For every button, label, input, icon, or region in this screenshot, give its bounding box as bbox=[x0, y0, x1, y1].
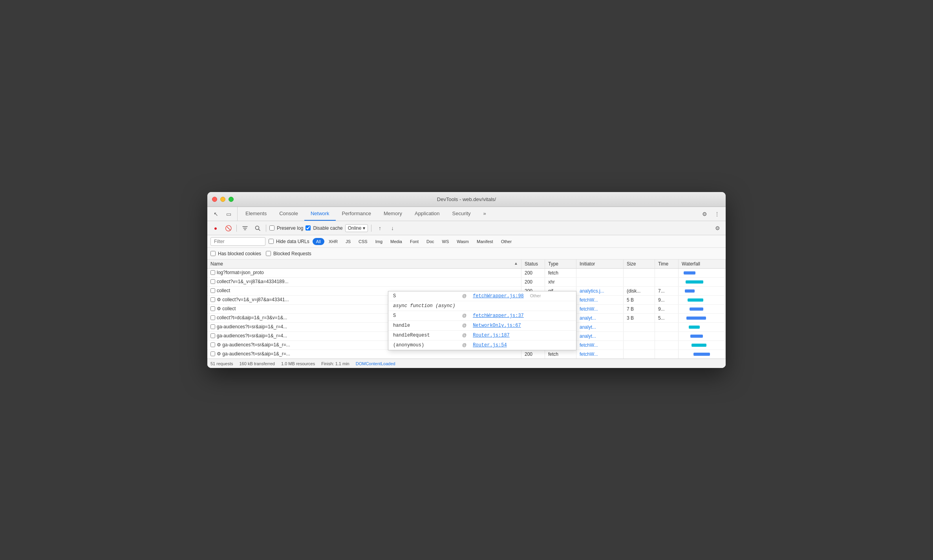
row-checkbox[interactable] bbox=[210, 333, 215, 338]
network-toolbar: ● 🚫 Preserve log Disable cache Online ▾ bbox=[207, 221, 726, 235]
tab-application[interactable]: Application bbox=[408, 207, 446, 221]
filter-chip-img[interactable]: Img bbox=[372, 238, 386, 245]
col-header-size[interactable]: Size bbox=[624, 260, 655, 269]
cell-waterfall bbox=[679, 296, 726, 305]
cell-size bbox=[624, 341, 655, 350]
stacktrace-row-3: handle @ NetworkOnly.js:67 bbox=[388, 321, 576, 331]
hide-data-urls-checkbox[interactable] bbox=[269, 239, 274, 244]
filter-icon[interactable] bbox=[240, 223, 250, 233]
col-header-waterfall[interactable]: Waterfall bbox=[679, 260, 726, 269]
filter-chip-manifest[interactable]: Manifest bbox=[473, 238, 497, 245]
filter-chip-other[interactable]: Other bbox=[498, 238, 516, 245]
col-header-status[interactable]: Status bbox=[521, 260, 545, 269]
row-checkbox[interactable] bbox=[210, 297, 215, 302]
cell-waterfall bbox=[679, 350, 726, 359]
stacktrace-link-5[interactable]: Router.js:54 bbox=[473, 342, 507, 348]
cell-size: 5 B bbox=[624, 296, 655, 305]
record-button[interactable]: ● bbox=[210, 223, 221, 233]
has-blocked-cookies-checkbox[interactable] bbox=[210, 251, 216, 256]
row-checkbox[interactable] bbox=[210, 315, 215, 320]
tab-network[interactable]: Network bbox=[304, 207, 336, 221]
stop-button[interactable]: 🚫 bbox=[223, 223, 233, 233]
status-requests: 51 requests bbox=[210, 361, 233, 366]
toolbar-separator-1 bbox=[236, 225, 237, 232]
devtools-more-icon[interactable]: ⋮ bbox=[712, 209, 723, 220]
row-checkbox[interactable] bbox=[210, 324, 215, 329]
cell-time bbox=[655, 323, 679, 332]
stacktrace-panel: S @ fetchWrapper.js:98 Other async funct… bbox=[388, 291, 576, 350]
cell-initiator: analyt... bbox=[576, 332, 624, 341]
row-checkbox[interactable] bbox=[210, 288, 215, 293]
col-header-time[interactable]: Time bbox=[655, 260, 679, 269]
tab-elements[interactable]: Elements bbox=[239, 207, 273, 221]
hide-data-urls-label[interactable]: Hide data URLs bbox=[269, 239, 309, 244]
cell-initiator bbox=[576, 278, 624, 287]
toolbar-separator-3 bbox=[371, 225, 371, 232]
preserve-log-checkbox[interactable] bbox=[269, 225, 274, 231]
cell-initiator bbox=[576, 269, 624, 278]
disable-cache-checkbox[interactable] bbox=[306, 225, 311, 231]
close-button[interactable] bbox=[212, 197, 217, 202]
has-blocked-cookies-label[interactable]: Has blocked cookies bbox=[210, 251, 261, 256]
tab-console[interactable]: Console bbox=[273, 207, 304, 221]
cell-initiator: fetchW... bbox=[576, 296, 624, 305]
stacktrace-link-4[interactable]: Router.js:187 bbox=[473, 333, 510, 338]
cursor-icon[interactable]: ↖ bbox=[210, 209, 221, 220]
table-row[interactable]: log?format=json_proto 200 fetch bbox=[207, 269, 726, 278]
minimize-button[interactable] bbox=[220, 197, 225, 202]
cell-size bbox=[624, 278, 655, 287]
cell-name: collect?v=1&_v=j87&a=4334189... bbox=[207, 278, 521, 287]
filter-chip-media[interactable]: Media bbox=[387, 238, 406, 245]
chevron-down-icon: ▾ bbox=[363, 225, 365, 231]
table-row[interactable]: ⚙ ga-audiences?t=sr&aip=1&_r=... 200 fet… bbox=[207, 350, 726, 359]
network-settings-icon[interactable]: ⚙ bbox=[712, 223, 723, 233]
row-checkbox[interactable] bbox=[210, 306, 215, 311]
tab-security[interactable]: Security bbox=[446, 207, 477, 221]
stacktrace-link-2[interactable]: fetchWrapper.js:37 bbox=[473, 313, 524, 318]
cell-initiator: fetchW... bbox=[576, 341, 624, 350]
preserve-log-label[interactable]: Preserve log bbox=[269, 225, 303, 231]
col-header-type[interactable]: Type bbox=[545, 260, 576, 269]
download-icon[interactable]: ↓ bbox=[387, 223, 397, 233]
col-header-name[interactable]: Name ▲ bbox=[207, 260, 521, 269]
network-throttle-select[interactable]: Online ▾ bbox=[345, 224, 368, 232]
tab-performance[interactable]: Performance bbox=[336, 207, 377, 221]
tab-memory[interactable]: Memory bbox=[377, 207, 408, 221]
stacktrace-link-3[interactable]: NetworkOnly.js:67 bbox=[473, 323, 521, 328]
search-icon[interactable] bbox=[252, 223, 263, 233]
filter-chip-xhr[interactable]: XHR bbox=[325, 238, 341, 245]
blocked-requests-checkbox[interactable] bbox=[266, 251, 271, 256]
cell-waterfall bbox=[679, 323, 726, 332]
row-checkbox[interactable] bbox=[210, 279, 215, 284]
maximize-button[interactable] bbox=[229, 197, 234, 202]
table-row[interactable]: collect?v=1&_v=j87&a=4334189... 200 xhr bbox=[207, 278, 726, 287]
disable-cache-label[interactable]: Disable cache bbox=[306, 225, 342, 231]
col-header-initiator[interactable]: Initiator bbox=[576, 260, 624, 269]
device-icon[interactable]: ▭ bbox=[223, 209, 234, 220]
upload-icon[interactable]: ↑ bbox=[375, 223, 385, 233]
filter-chip-js[interactable]: JS bbox=[342, 238, 354, 245]
filter-chip-wasm[interactable]: Wasm bbox=[453, 238, 472, 245]
row-checkbox[interactable] bbox=[210, 342, 215, 347]
cell-initiator: analytics.j... bbox=[576, 287, 624, 296]
stacktrace-fn-3: handle bbox=[393, 323, 456, 328]
devtools-settings-icon[interactable]: ⚙ bbox=[699, 209, 710, 220]
filter-chip-all[interactable]: All bbox=[313, 238, 324, 245]
filter-chip-doc[interactable]: Doc bbox=[423, 238, 438, 245]
row-checkbox[interactable] bbox=[210, 351, 215, 356]
blocked-requests-label[interactable]: Blocked Requests bbox=[266, 251, 311, 256]
filter-input[interactable] bbox=[210, 237, 265, 246]
filter-chip-font[interactable]: Font bbox=[406, 238, 422, 245]
row-checkbox[interactable] bbox=[210, 270, 215, 275]
stacktrace-link-0[interactable]: fetchWrapper.js:98 bbox=[473, 293, 524, 299]
titlebar: DevTools - web.dev/vitals/ bbox=[207, 192, 726, 207]
filter-bar: Hide data URLs All XHR JS CSS Img Media … bbox=[207, 235, 726, 248]
stacktrace-row-0: S @ fetchWrapper.js:98 Other bbox=[388, 291, 576, 301]
cell-size: 3 B bbox=[624, 314, 655, 323]
filter-chip-ws[interactable]: WS bbox=[439, 238, 453, 245]
cell-status: 200 bbox=[521, 350, 545, 359]
status-finish: Finish: 1.1 min bbox=[321, 361, 349, 366]
filter-chip-css[interactable]: CSS bbox=[355, 238, 371, 245]
dom-content-loaded-link[interactable]: DOMContentLoaded bbox=[356, 361, 395, 366]
tab-overflow[interactable]: » bbox=[477, 207, 492, 221]
